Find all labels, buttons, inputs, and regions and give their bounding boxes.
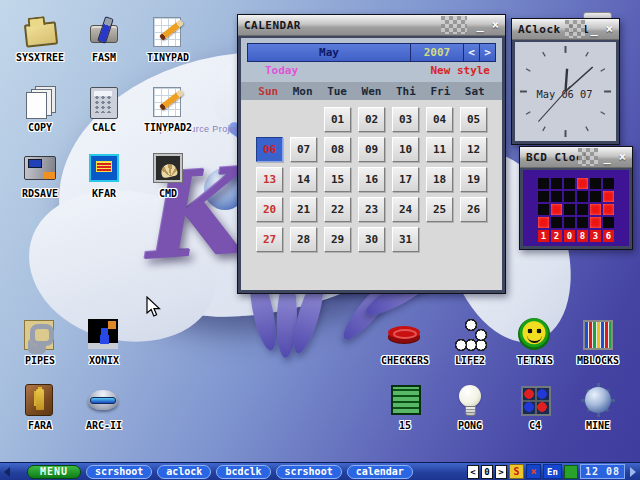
rdsave-icon (21, 150, 59, 186)
taskbar-scroll-left-icon[interactable] (4, 467, 10, 477)
calendar-day-25[interactable]: 25 (426, 197, 453, 222)
desktop-icon-tetris[interactable]: TETRIS (503, 317, 567, 366)
next-year-button[interactable]: > (480, 44, 495, 61)
taskbar-clock[interactable]: 12 08 (580, 464, 625, 479)
calendar-day-22[interactable]: 22 (324, 197, 351, 222)
calendar-day-04[interactable]: 04 (426, 107, 453, 132)
desktop-icon-sysxtree[interactable]: SYSXTREE (8, 14, 72, 63)
screenshot-tray-icon[interactable]: S (509, 464, 524, 479)
minimize-icon[interactable]: _ (604, 150, 611, 164)
new-style-button[interactable]: New style (430, 64, 490, 78)
calendar-titlebar[interactable]: CALENDAR _ × (238, 15, 505, 36)
task-button-scrshoot[interactable]: scrshoot (276, 465, 342, 479)
calendar-day-11[interactable]: 11 (426, 137, 453, 162)
system-tray: < 0 > S × En 12 08 (467, 464, 636, 479)
calendar-grid: 0102030405060708091011121314151617181920… (256, 107, 487, 252)
desktop-icon-rdsave[interactable]: RDSAVE (8, 150, 72, 199)
year-button[interactable]: 2007 (411, 44, 463, 61)
close-icon[interactable]: × (619, 150, 626, 164)
calendar-day-27[interactable]: 27 (256, 227, 283, 252)
desktop-icon-arcii[interactable]: ARC-II (72, 382, 136, 431)
task-button-bcdclk[interactable]: bcdclk (216, 465, 270, 479)
minimize-icon[interactable]: _ (591, 22, 598, 36)
taskbar-scroll-right-icon[interactable] (630, 467, 636, 477)
today-button[interactable]: Today (265, 64, 298, 78)
xonix-icon (85, 317, 123, 353)
desktop-pager-next-button[interactable]: > (495, 465, 507, 479)
calendar-day-16[interactable]: 16 (358, 167, 385, 192)
bcd-cell-off (564, 204, 575, 215)
desktop-icon-c4[interactable]: C4 (503, 382, 567, 431)
calendar-day-05[interactable]: 05 (460, 107, 487, 132)
calendar-day-13[interactable]: 13 (256, 167, 283, 192)
desktop-icon-pong[interactable]: PONG (438, 382, 502, 431)
calendar-day-15[interactable]: 15 (324, 167, 351, 192)
calendar-day-02[interactable]: 02 (358, 107, 385, 132)
calendar-day-20[interactable]: 20 (256, 197, 283, 222)
red-x-tray-icon[interactable]: × (526, 464, 541, 479)
calendar-day-30[interactable]: 30 (358, 227, 385, 252)
calendar-day-28[interactable]: 28 (290, 227, 317, 252)
desktop-icon-life2[interactable]: LIFE2 (438, 317, 502, 366)
prev-year-button[interactable]: < (464, 44, 479, 61)
cpu-monitor-icon[interactable] (564, 465, 578, 479)
icon-label: CHECKERS (373, 355, 437, 366)
aclock-tick (526, 69, 530, 71)
calendar-day-09[interactable]: 09 (358, 137, 385, 162)
minimize-icon[interactable]: _ (477, 18, 484, 32)
calendar-day-14[interactable]: 14 (290, 167, 317, 192)
calendar-day-06[interactable]: 06 (256, 137, 283, 162)
desktop-icon-fasm[interactable]: FASM (72, 14, 136, 63)
desktop-icon-pipes[interactable]: PIPES (8, 317, 72, 366)
desktop-icon-checkers[interactable]: CHECKERS (373, 317, 437, 366)
calendar-day-17[interactable]: 17 (392, 167, 419, 192)
aclock-titlebar[interactable]: AClock 1.1 _ × (512, 19, 619, 40)
tinypad-icon (149, 14, 187, 50)
kfar-icon (85, 150, 123, 186)
bcd-cell-on (538, 217, 549, 228)
bcd-digits: 120836 (538, 230, 614, 242)
desktop-icon-fifteen[interactable]: 15 (373, 382, 437, 431)
bcd-titlebar[interactable]: BCD Clock _ × (520, 147, 632, 168)
calendar-body: 0102030405060708091011121314151617181920… (241, 100, 502, 290)
calendar-day-29[interactable]: 29 (324, 227, 351, 252)
calendar-day-19[interactable]: 19 (460, 167, 487, 192)
close-icon[interactable]: × (606, 22, 613, 36)
desktop-icon-tinypad2[interactable]: TINYPAD2 (136, 84, 200, 133)
month-button[interactable]: May (248, 44, 410, 61)
task-button-calendar[interactable]: calendar (347, 465, 413, 479)
icon-label: TINYPAD (136, 52, 200, 63)
day-header-thi: Thi (396, 85, 416, 98)
calendar-day-24[interactable]: 24 (392, 197, 419, 222)
calendar-day-23[interactable]: 23 (358, 197, 385, 222)
desktop-icon-calc[interactable]: CALC (72, 84, 136, 133)
desktop-icon-copy[interactable]: COPY (8, 84, 72, 133)
calendar-day-26[interactable]: 26 (460, 197, 487, 222)
desktop-icon-mblocks[interactable]: MBLOCKS (566, 317, 630, 366)
desktop-icon-fara[interactable]: FARA (8, 382, 72, 431)
calendar-day-08[interactable]: 08 (324, 137, 351, 162)
calendar-day-31[interactable]: 31 (392, 227, 419, 252)
desktop-icon-tinypad[interactable]: TINYPAD (136, 14, 200, 63)
calendar-day-03[interactable]: 03 (392, 107, 419, 132)
menu-button[interactable]: MENU (27, 465, 81, 479)
aclock-hour-hand (566, 69, 568, 92)
desktop-icon-cmd[interactable]: CMD (136, 150, 200, 199)
close-icon[interactable]: × (492, 18, 499, 32)
bcd-cell-on (603, 191, 614, 202)
task-button-aclock[interactable]: aclock (157, 465, 211, 479)
desktop-icon-kfar[interactable]: KFAR (72, 150, 136, 199)
desktop-icon-xonix[interactable]: XONIX (72, 317, 136, 366)
calendar-day-12[interactable]: 12 (460, 137, 487, 162)
desktop-pager-number[interactable]: 0 (481, 465, 493, 479)
calendar-day-18[interactable]: 18 (426, 167, 453, 192)
calendar-day-10[interactable]: 10 (392, 137, 419, 162)
desktop-pager-prev-button[interactable]: < (467, 465, 479, 479)
calendar-day-21[interactable]: 21 (290, 197, 317, 222)
desktop-icon-mine[interactable]: MINE (566, 382, 630, 431)
calendar-day-01[interactable]: 01 (324, 107, 351, 132)
calendar-day-07[interactable]: 07 (290, 137, 317, 162)
icon-label: FARA (8, 420, 72, 431)
task-button-scrshoot[interactable]: scrshoot (86, 465, 152, 479)
keyboard-layout-indicator[interactable]: En (543, 464, 562, 479)
